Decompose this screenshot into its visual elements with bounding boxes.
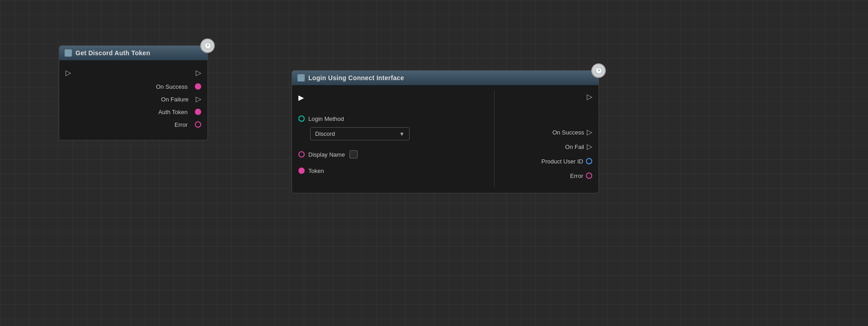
node2-token-label: Token (308, 168, 324, 174)
node2-product-user-id-label: Product User ID (542, 158, 583, 165)
node2-dropdown-row[interactable]: Discord ▼ (292, 125, 494, 143)
node1-exec-row: ▷ ▷ (59, 66, 208, 80)
node2-title: Login Using Connect Interface (308, 74, 404, 82)
node1-auth-token-row: Auth Token (59, 105, 208, 118)
node1-on-failure-pin[interactable]: ▷ (196, 96, 201, 103)
node2-header: Login Using Connect Interface (292, 71, 599, 85)
node2-login-method-row: Login Method (292, 112, 494, 125)
node1-auth-token-pin[interactable] (195, 109, 201, 115)
node1-exec-in-pin[interactable]: ▷ (66, 69, 71, 77)
clock-icon-node2: 🕐 (595, 67, 603, 74)
node2-header-icon (297, 74, 305, 82)
node2-login-method-value: Discord (315, 130, 335, 137)
node1-auth-token-label: Auth Token (158, 109, 188, 115)
node2-body: ▶ Login Method Discord ▼ Display Name (292, 85, 599, 193)
node2-login-method-pin[interactable] (298, 115, 305, 122)
node-login-using-connect-interface: 🕐 Login Using Connect Interface ▶ Login … (292, 70, 599, 193)
clock-icon-node1: 🕐 (204, 42, 212, 49)
node-get-discord-auth-token: 🕐 Get Discord Auth Token ▷ ▷ On Success … (59, 45, 208, 140)
node1-error-pin[interactable] (195, 121, 201, 128)
node1-error-row: Error (59, 118, 208, 131)
node2-on-success-row: On Success ▷ (495, 126, 599, 139)
node2-left-column: ▶ Login Method Discord ▼ Display Name (292, 85, 494, 193)
node2-login-method-dropdown[interactable]: Discord ▼ (310, 127, 410, 140)
node1-header: Get Discord Auth Token (59, 46, 208, 60)
node1-on-success-pin[interactable] (195, 83, 201, 90)
node1-title: Get Discord Auth Token (75, 49, 150, 57)
node2-product-user-id-row: Product User ID (495, 155, 599, 168)
node2-token-row: Token (292, 164, 494, 177)
clock-badge-node2: 🕐 (591, 63, 606, 78)
node1-body: ▷ ▷ On Success On Failure ▷ Auth Token E… (59, 60, 208, 140)
node2-error-pin[interactable] (586, 173, 592, 179)
node2-display-name-label: Display Name (308, 151, 345, 158)
node2-error-row: Error (495, 169, 599, 182)
node1-exec-out-pin[interactable]: ▷ (196, 69, 201, 77)
node1-on-failure-label: On Failure (161, 96, 189, 103)
node2-on-fail-pin[interactable]: ▷ (587, 143, 592, 150)
node2-on-success-label: On Success (552, 129, 584, 136)
node1-error-label: Error (175, 121, 188, 128)
node2-right-column: ▷ On Success ▷ On Fail ▷ Product User ID (495, 85, 599, 193)
node2-token-pin[interactable] (298, 168, 305, 174)
node2-display-name-checkbox[interactable] (349, 150, 358, 158)
node2-display-name-row: Display Name (292, 148, 494, 161)
node1-header-icon (65, 49, 72, 57)
node2-login-method-label: Login Method (308, 115, 344, 122)
node2-exec-out-pin[interactable]: ▷ (587, 93, 592, 101)
node2-on-fail-label: On Fail (565, 144, 584, 150)
node2-exec-row: ▶ (292, 91, 494, 105)
node2-exec-out-row: ▷ (495, 91, 599, 103)
clock-badge-node1: 🕐 (200, 38, 215, 53)
node1-on-failure-row: On Failure ▷ (59, 93, 208, 105)
node2-product-user-id-pin[interactable] (586, 158, 592, 164)
node2-error-label: Error (570, 173, 583, 179)
node2-on-success-pin[interactable]: ▷ (587, 129, 592, 136)
node2-exec-in-pin[interactable]: ▶ (298, 94, 304, 101)
node1-on-success-row: On Success (59, 80, 208, 93)
node1-on-success-label: On Success (156, 83, 188, 90)
node2-on-fail-row: On Fail ▷ (495, 140, 599, 153)
node2-display-name-pin[interactable] (298, 151, 305, 158)
dropdown-arrow-icon: ▼ (399, 131, 405, 137)
